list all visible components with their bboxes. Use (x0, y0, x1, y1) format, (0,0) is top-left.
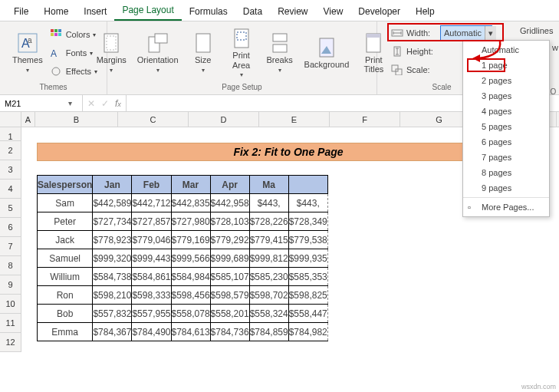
cell[interactable]: $585,230 (249, 268, 288, 286)
cell[interactable]: $443, (288, 194, 327, 212)
cell[interactable]: $784,982 (288, 323, 327, 341)
cell[interactable]: $584,738 (93, 268, 132, 286)
cell[interactable]: $442,589 (93, 194, 132, 212)
cell[interactable]: $557,832 (93, 305, 132, 323)
menu-2-pages[interactable]: 2 pages (463, 73, 549, 88)
row-3[interactable]: 3 (0, 160, 21, 180)
chevron-down-icon[interactable]: ▾ (63, 99, 77, 107)
width-combo[interactable]: Automatic ▾ (440, 25, 492, 41)
col-f[interactable]: F (330, 112, 400, 127)
cell[interactable]: $999,443 (132, 249, 171, 268)
menu-8-pages[interactable]: 8 pages (463, 165, 549, 180)
cell[interactable]: $779,292 (210, 231, 249, 249)
cell[interactable]: Sam (38, 194, 93, 212)
themes-button[interactable]: Aa Themes ▾ (9, 31, 46, 74)
cell[interactable]: $999,689 (210, 249, 249, 268)
col-e[interactable]: E (259, 112, 330, 127)
cell[interactable]: $727,857 (132, 212, 171, 231)
cell[interactable]: Peter (38, 212, 93, 231)
cell[interactable]: Samuel (38, 249, 93, 268)
cell[interactable]: $999,320 (93, 249, 132, 268)
cell[interactable]: $585,107 (210, 268, 249, 286)
tab-insert[interactable]: Insert (76, 2, 114, 21)
row-1[interactable]: 1 (0, 127, 21, 141)
cell[interactable]: $442,835 (171, 194, 210, 212)
col-a[interactable]: A (21, 112, 35, 127)
menu-3-pages[interactable]: 3 pages (463, 88, 549, 104)
cell[interactable]: $779,169 (171, 231, 210, 249)
tab-page-layout[interactable]: Page Layout (114, 0, 181, 21)
row-4[interactable]: 4 (0, 180, 21, 199)
cell[interactable]: $784,490 (132, 323, 171, 341)
menu-more-pages[interactable]: ▫ More Pages... (463, 197, 549, 215)
cell[interactable]: $728,103 (210, 212, 249, 231)
name-box[interactable]: ▾ (0, 95, 83, 111)
cell[interactable]: $728,349 (288, 212, 327, 231)
col-b[interactable]: B (35, 112, 118, 127)
cell[interactable]: $584,861 (132, 268, 171, 286)
name-box-input[interactable] (0, 97, 63, 110)
cell[interactable]: $728,226 (249, 212, 288, 231)
cell[interactable]: $779,538 (288, 231, 327, 249)
row-12[interactable]: 12 (0, 333, 21, 352)
cell[interactable]: $558,324 (249, 305, 288, 323)
cell[interactable]: $727,734 (93, 212, 132, 231)
menu-9-pages[interactable]: 9 pages (463, 180, 549, 196)
menu-4-pages[interactable]: 4 pages (463, 104, 549, 119)
row-8[interactable]: 8 (0, 256, 21, 275)
select-all-corner[interactable] (0, 112, 21, 127)
col-d[interactable]: D (189, 112, 259, 127)
enter-icon[interactable]: ✓ (101, 98, 109, 109)
tab-developer[interactable]: Developer (350, 2, 408, 21)
cell[interactable]: $598,825 (288, 286, 327, 305)
menu-5-pages[interactable]: 5 pages (463, 119, 549, 134)
orientation-button[interactable]: Orientation▾ (134, 31, 182, 74)
cell[interactable]: $598,579 (210, 286, 249, 305)
cell[interactable]: $558,078 (171, 305, 210, 323)
cell[interactable]: Ron (38, 286, 93, 305)
cell[interactable]: $999,935 (288, 249, 327, 268)
row-6[interactable]: 6 (0, 218, 21, 237)
cell[interactable]: $784,613 (171, 323, 210, 341)
cell[interactable]: $727,980 (171, 212, 210, 231)
cell[interactable]: Bob (38, 305, 93, 323)
breaks-button[interactable]: Breaks▾ (263, 31, 297, 74)
tab-file[interactable]: File (6, 2, 36, 21)
cell[interactable]: Emma (38, 323, 93, 341)
tab-home[interactable]: Home (36, 2, 76, 21)
tab-help[interactable]: Help (408, 2, 442, 21)
cell[interactable]: $784,736 (210, 323, 249, 341)
tab-review[interactable]: Review (270, 2, 315, 21)
cell[interactable]: $443, (249, 194, 288, 212)
row-5[interactable]: 5 (0, 199, 21, 218)
size-button[interactable]: Size▾ (186, 31, 220, 74)
cell[interactable]: $784,367 (93, 323, 132, 341)
fonts-button[interactable]: A Fonts▾ (51, 45, 97, 61)
row-10[interactable]: 10 (0, 295, 21, 314)
cancel-icon[interactable]: ✕ (87, 98, 95, 109)
colors-button[interactable]: Colors▾ (51, 27, 97, 42)
row-7[interactable]: 7 (0, 237, 21, 256)
cell[interactable]: $999,566 (171, 249, 210, 268)
cell[interactable]: $557,955 (132, 305, 171, 323)
cell[interactable]: $778,923 (93, 231, 132, 249)
margins-button[interactable]: Margins▾ (94, 31, 130, 74)
print-area-button[interactable]: Print Area▾ (225, 26, 258, 79)
menu-7-pages[interactable]: 7 pages (463, 150, 549, 165)
chevron-down-icon[interactable]: ▾ (485, 26, 496, 40)
row-11[interactable]: 11 (0, 314, 21, 333)
cell[interactable]: $999,812 (249, 249, 288, 268)
tab-formulas[interactable]: Formulas (182, 2, 235, 21)
row-2[interactable]: 2 (0, 141, 21, 160)
cell[interactable]: $558,447 (288, 305, 327, 323)
cell[interactable]: $598,210 (93, 286, 132, 305)
cell[interactable]: $585,353 (288, 268, 327, 286)
cell[interactable]: Willium (38, 268, 93, 286)
cell[interactable]: $584,984 (171, 268, 210, 286)
cell[interactable]: Jack (38, 231, 93, 249)
cell[interactable]: $598,333 (132, 286, 171, 305)
cell[interactable]: $558,201 (210, 305, 249, 323)
tab-view[interactable]: View (316, 2, 351, 21)
col-c[interactable]: C (118, 112, 189, 127)
background-button[interactable]: Background (301, 35, 353, 71)
